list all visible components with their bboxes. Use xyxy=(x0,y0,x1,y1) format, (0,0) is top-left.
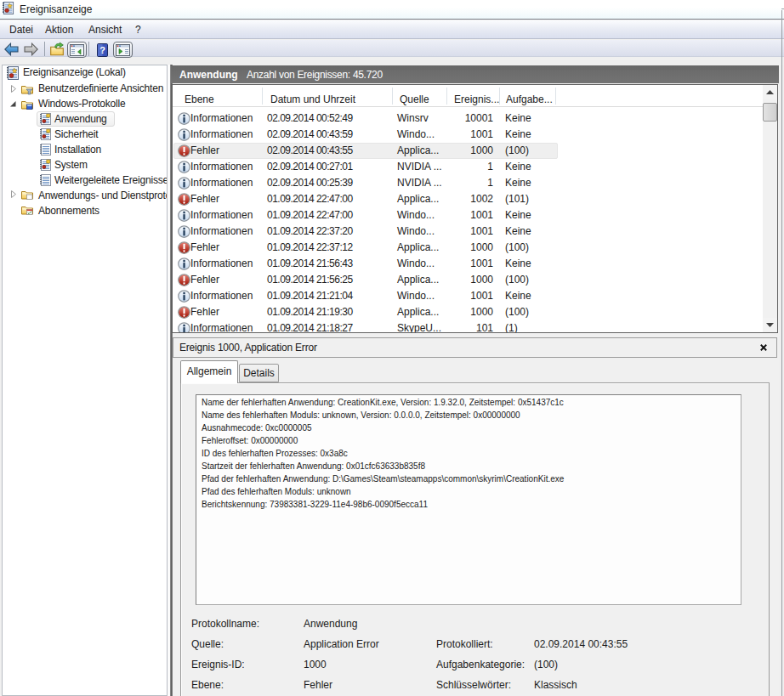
svg-text:?: ? xyxy=(99,45,105,55)
